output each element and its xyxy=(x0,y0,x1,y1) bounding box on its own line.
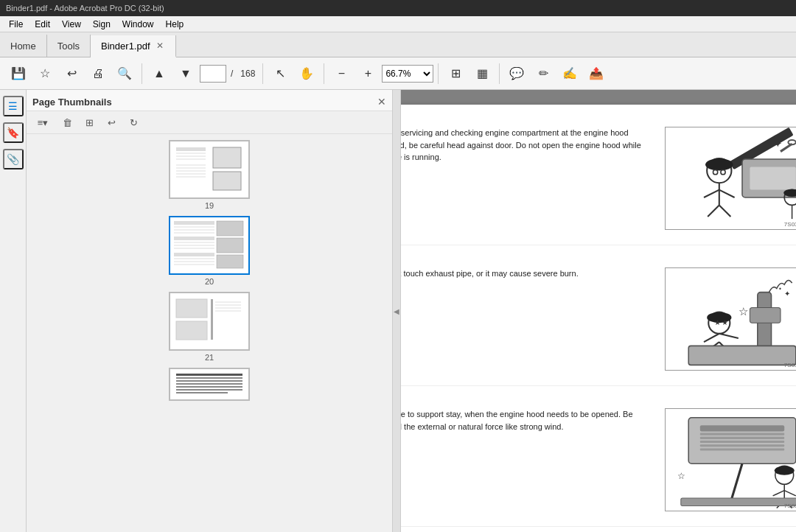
thumbnail-item-21[interactable]: 21 xyxy=(169,292,250,362)
svg-rect-26 xyxy=(176,299,207,318)
next-page-button[interactable]: ▼ xyxy=(173,61,198,86)
content-row-2: Do not touch exhaust pipe, or it may cau… xyxy=(401,267,796,386)
zoom-level-select[interactable]: 66.7% 50% 75% 100% 125% xyxy=(382,65,433,83)
bookmarks-icon-button[interactable]: 🔖 xyxy=(3,122,24,143)
content-row-1: When servicing and checking engine compa… xyxy=(401,127,796,245)
page-separator: / xyxy=(228,69,236,79)
svg-rect-77 xyxy=(700,433,784,435)
toolbar: 💾 ☆ ↩ 🖨 🔍 ▲ ▼ 20 / 168 ↖ ✋ − + 66.7% 50%… xyxy=(0,57,796,90)
svg-rect-33 xyxy=(176,374,242,376)
content-text-2-span: Do not touch exhaust pipe, or it may cau… xyxy=(401,269,579,278)
share-button[interactable]: 📤 xyxy=(584,61,609,86)
svg-rect-12 xyxy=(174,226,214,228)
svg-point-84 xyxy=(775,466,795,475)
thumbnails-list: 19 xyxy=(27,134,392,532)
menu-edit[interactable]: Edit xyxy=(29,18,56,31)
svg-rect-34 xyxy=(176,377,242,379)
thumbnail-undo-button[interactable]: ↩ xyxy=(102,114,121,130)
thumbnails-title: Page Thumbnails xyxy=(32,97,112,108)
menu-window[interactable]: Window xyxy=(116,18,160,31)
sign-button[interactable]: ✍ xyxy=(557,61,582,86)
thumbnails-panel: Page Thumbnails ✕ ≡▾ 🗑 ⊞ ↩ ↻ xyxy=(27,90,392,532)
svg-rect-80 xyxy=(700,444,784,447)
content-text-3: Be sure to support stay, when the engine… xyxy=(401,408,650,433)
tab-document-label: Binder1.pdf xyxy=(101,41,150,52)
total-pages: 168 xyxy=(237,69,258,79)
content-svg-1: ✦ xyxy=(666,127,796,229)
thumbnails-icon-button[interactable]: ☰ xyxy=(3,96,24,116)
collapse-panel-handle[interactable]: ◀ xyxy=(392,90,401,532)
svg-rect-32 xyxy=(215,310,241,312)
hand-tool-button[interactable]: ✋ xyxy=(294,61,319,86)
thumbnail-redo-button[interactable]: ↻ xyxy=(124,114,143,130)
toolbar-sep-5 xyxy=(499,63,500,84)
tab-tools-label: Tools xyxy=(57,41,80,52)
comment-button[interactable]: 💬 xyxy=(504,61,529,86)
fit-page-button[interactable]: ⊞ xyxy=(443,61,468,86)
menu-file[interactable]: File xyxy=(3,18,29,31)
content-image-2: ✦ • ★ ★ ☆ xyxy=(665,267,796,371)
back-button[interactable]: ↩ xyxy=(59,61,84,86)
svg-rect-91 xyxy=(681,498,796,505)
content-text-1-span: When servicing and checking engine compa… xyxy=(401,128,641,161)
svg-rect-38 xyxy=(176,389,242,391)
thumbnail-svg-19 xyxy=(172,144,246,195)
svg-rect-35 xyxy=(176,380,242,382)
tab-document[interactable]: Binder1.pdf ✕ xyxy=(91,35,176,57)
thumbnail-item-22[interactable] xyxy=(169,368,250,401)
svg-rect-61 xyxy=(750,307,781,323)
thumbnails-close-button[interactable]: ✕ xyxy=(377,96,386,108)
save-button[interactable]: 💾 xyxy=(6,61,31,86)
thumbnail-extract-button[interactable]: ⊞ xyxy=(80,114,99,130)
svg-rect-15 xyxy=(174,232,214,234)
svg-rect-11 xyxy=(174,221,214,225)
prev-page-button[interactable]: ▲ xyxy=(147,61,172,86)
svg-rect-1 xyxy=(176,153,206,154)
menu-help[interactable]: Help xyxy=(160,18,190,31)
pointer-tool-button[interactable]: ↖ xyxy=(268,61,293,86)
thumbnail-item-19[interactable]: 19 xyxy=(169,140,250,210)
thumbnail-number-19: 19 xyxy=(205,201,214,210)
print-button[interactable]: 🖨 xyxy=(85,61,111,86)
svg-rect-3 xyxy=(176,158,206,160)
tab-tools[interactable]: Tools xyxy=(47,35,91,57)
thumbnail-number-21: 21 xyxy=(205,353,214,362)
svg-rect-19 xyxy=(174,245,214,246)
svg-rect-22 xyxy=(217,255,243,268)
thumbnail-delete-button[interactable]: 🗑 xyxy=(57,114,77,130)
thumbnail-svg-22 xyxy=(172,370,246,399)
menu-sign[interactable]: Sign xyxy=(87,18,116,31)
svg-rect-28 xyxy=(211,299,213,340)
thumbnail-item-20[interactable]: 20 xyxy=(169,216,250,286)
sidebar-icons: ☰ 🔖 📎 xyxy=(0,90,27,532)
tab-bar: Home Tools Binder1.pdf ✕ xyxy=(0,32,796,57)
page-number-input[interactable]: 20 xyxy=(200,65,226,83)
attachments-icon-button[interactable]: 📎 xyxy=(3,149,24,169)
pen-button[interactable]: ✏ xyxy=(531,61,556,86)
svg-rect-79 xyxy=(700,441,784,443)
thumbnail-image-20 xyxy=(169,216,250,275)
thumbnail-image-22 xyxy=(169,368,250,401)
menu-bar: File Edit View Sign Window Help xyxy=(0,16,796,32)
content-image-1: ✦ 7S031SH52 xyxy=(665,127,796,230)
toolbar-sep-4 xyxy=(438,63,439,84)
content-svg-2: ✦ • ★ ★ ☆ xyxy=(666,268,796,370)
toolbar-sep-2 xyxy=(262,63,263,84)
content-svg-3: ☆ xyxy=(666,409,796,511)
search-button[interactable]: 🔍 xyxy=(112,61,137,86)
pdf-content-area: When servicing and checking engine compa… xyxy=(401,90,796,532)
zoom-in-button[interactable]: + xyxy=(355,61,380,86)
menu-view[interactable]: View xyxy=(56,18,87,31)
bookmark-button[interactable]: ☆ xyxy=(32,61,57,86)
svg-rect-81 xyxy=(700,448,784,450)
zoom-out-button[interactable]: − xyxy=(329,61,354,86)
title-bar: Binder1.pdf - Adobe Acrobat Pro DC (32-b… xyxy=(0,0,796,16)
tab-close-icon[interactable]: ✕ xyxy=(155,41,165,51)
svg-rect-10 xyxy=(213,172,241,190)
thumbnail-image-19 xyxy=(169,140,250,199)
svg-text:•: • xyxy=(779,285,781,293)
tab-home[interactable]: Home xyxy=(0,35,47,57)
svg-rect-73 xyxy=(688,346,796,365)
thumbnail-view-menu-button[interactable]: ≡▾ xyxy=(31,114,55,130)
form-button[interactable]: ▦ xyxy=(469,61,495,86)
